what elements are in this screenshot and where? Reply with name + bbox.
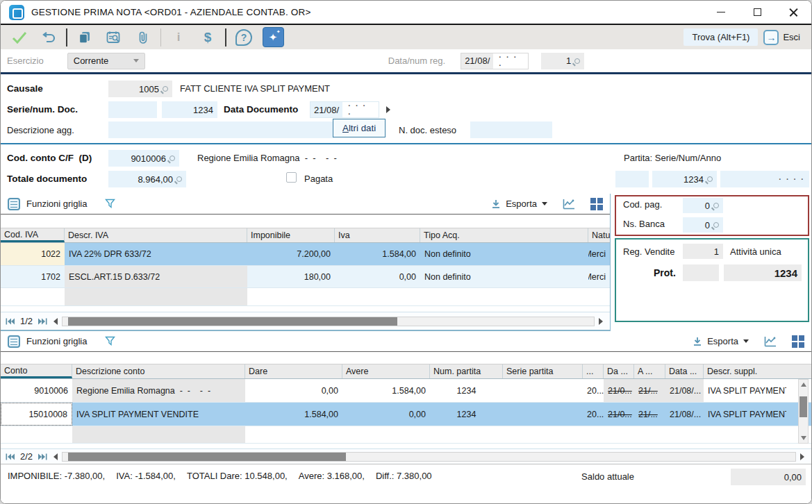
grid2-vscrollbar-thumb[interactable] xyxy=(799,396,807,417)
close-button[interactable] xyxy=(775,1,811,24)
scroll-right-button[interactable] xyxy=(599,318,603,325)
account-section: Cod. conto C/F (D) 9010006 Regione Emili… xyxy=(1,144,811,194)
data-reg-value: 21/08/ xyxy=(461,53,493,69)
grid2-hscrollbar-thumb[interactable] xyxy=(68,453,346,461)
grid1-chart-button[interactable] xyxy=(563,199,575,210)
grid1-col-imponibile[interactable]: Imponibile xyxy=(247,228,335,242)
causale-field[interactable]: 1005 xyxy=(108,81,172,97)
trova-button[interactable]: Trova (Alt+F1) xyxy=(683,28,758,46)
grid2-col-descr-suppl[interactable]: Descr. suppl. xyxy=(704,364,786,378)
grid2-col-num-partita[interactable]: Num. partita xyxy=(430,364,503,378)
data-registrazione-field[interactable]: 21/08/ · · · · xyxy=(461,53,529,69)
lookup-icon[interactable] xyxy=(574,58,580,64)
scroll-down-button[interactable] xyxy=(801,436,806,440)
first-page-button[interactable] xyxy=(6,453,15,460)
pagata-checkbox[interactable] xyxy=(286,172,297,183)
grid2-col-extra[interactable]: ... xyxy=(583,364,604,378)
grid1-col-iva[interactable]: Iva xyxy=(335,228,420,242)
grid2-col-serie-partita[interactable]: Serie partita xyxy=(503,364,583,378)
help-button[interactable]: ? xyxy=(229,27,258,48)
checkmark-icon xyxy=(12,31,27,44)
first-page-button[interactable] xyxy=(6,318,15,325)
grid2-esporta-button[interactable]: Esporta xyxy=(693,336,749,346)
cod-pag-field[interactable]: 0 xyxy=(683,198,723,213)
maximize-button[interactable] xyxy=(739,1,775,24)
esci-button[interactable]: → Esci xyxy=(758,27,807,48)
altri-dati-button[interactable]: Altri dati xyxy=(333,119,386,137)
lookup-icon[interactable] xyxy=(707,176,713,182)
grid2-col-descrizione[interactable]: Descrizione conto xyxy=(72,364,245,378)
esci-label: Esci xyxy=(783,32,800,42)
grid2-layout-button[interactable] xyxy=(792,335,804,348)
cell-num-partita: 1234 xyxy=(430,379,503,402)
descrizione-agg-field[interactable] xyxy=(108,121,334,138)
grid2-vscrollbar[interactable] xyxy=(798,379,809,444)
grid1-toolbar: Funzioni griglia Esporta xyxy=(1,194,610,215)
grid2-row-1[interactable]: 9010006 Regione Emilia Romagna - - - - 0… xyxy=(1,379,811,403)
search-registrations-button[interactable] xyxy=(99,27,129,48)
data-documento-field[interactable]: 21/08/ · · · · xyxy=(310,101,379,118)
partita-anno-field[interactable]: · · · · xyxy=(720,171,809,187)
data-reg-year-placeholder: · · · · xyxy=(499,53,522,69)
grid2-funzioni-griglia-button[interactable]: Funzioni griglia xyxy=(8,335,87,348)
grid1-col-natura[interactable]: Natura xyxy=(588,228,610,242)
num-registrazione-field[interactable]: 1 xyxy=(541,53,584,69)
confirm-button[interactable] xyxy=(5,27,34,48)
last-page-button[interactable] xyxy=(38,318,47,325)
minimize-button[interactable] xyxy=(703,1,739,24)
partita-num-field[interactable]: 1234 xyxy=(652,171,717,187)
grid1-esporta-button[interactable]: Esporta xyxy=(491,199,547,209)
grid1-col-tipo-acq[interactable]: Tipo Acq. xyxy=(420,228,588,242)
undo-button[interactable] xyxy=(34,27,63,48)
ns-banca-field[interactable]: 0 xyxy=(683,217,723,233)
grid2-row-2[interactable]: 15010008 IVA SPLIT PAYMENT VENDITE 1.584… xyxy=(1,403,811,426)
n-doc-esteso-field[interactable] xyxy=(470,121,552,138)
serie-doc-field[interactable] xyxy=(108,101,157,118)
reg-vendite-field[interactable]: 1 xyxy=(683,244,723,259)
scroll-left-button[interactable] xyxy=(53,318,58,325)
scroll-right-button[interactable] xyxy=(800,453,804,460)
grid1-layout-button[interactable] xyxy=(590,198,603,210)
grid1-row-empty[interactable] xyxy=(1,288,610,306)
lookup-icon[interactable] xyxy=(713,203,719,208)
grid2-col-dare[interactable]: Dare xyxy=(245,364,342,378)
scroll-up-button[interactable] xyxy=(801,383,806,387)
grid1-hscrollbar-thumb[interactable] xyxy=(68,317,397,326)
grid2-col-conto[interactable]: Conto xyxy=(1,364,72,378)
grid1-row-1[interactable]: 1022 IVA 22% DPR 633/72 7.200,00 1.584,0… xyxy=(1,243,610,266)
partita-serie-field[interactable] xyxy=(615,171,649,187)
lookup-icon[interactable] xyxy=(163,86,168,92)
totale-documento-field[interactable]: 8.964,00 xyxy=(108,171,186,187)
last-page-button[interactable] xyxy=(38,453,47,460)
grid1-hscrollbar[interactable] xyxy=(62,317,595,326)
grid1-col-descr-iva[interactable]: Descr. IVA xyxy=(65,228,247,242)
grid1-col-cod-iva[interactable]: Cod. IVA xyxy=(1,228,65,242)
lookup-icon[interactable] xyxy=(176,176,182,182)
lookup-icon[interactable] xyxy=(169,156,175,161)
grid2-col-avere[interactable]: Avere xyxy=(342,364,430,378)
ai-assistant-button[interactable]: ✦✦ xyxy=(258,27,288,48)
grid2-col-a[interactable]: A ... xyxy=(634,364,665,378)
copy-registration-button[interactable] xyxy=(70,27,99,48)
grid2-chart-button[interactable] xyxy=(764,336,777,347)
grid2-col-data[interactable]: Data ... xyxy=(665,364,704,378)
grid1-filter-button[interactable] xyxy=(105,199,115,209)
grid1-funzioni-griglia-button[interactable]: Funzioni griglia xyxy=(8,198,87,210)
scroll-left-button[interactable] xyxy=(53,453,58,460)
expand-date-icon[interactable] xyxy=(386,106,390,113)
minimize-icon xyxy=(717,12,725,13)
lookup-icon[interactable] xyxy=(713,222,719,228)
grid1-row-2[interactable]: 1702 ESCL.ART.15 D.633/72 180,00 0,00 No… xyxy=(1,266,610,288)
num-doc-field[interactable]: 1234 xyxy=(162,101,217,118)
grid2-hscrollbar[interactable] xyxy=(62,452,796,462)
grid1-pagination: 1/2 xyxy=(1,312,610,330)
esercizio-select[interactable]: Corrente xyxy=(67,53,145,69)
cod-conto-field[interactable]: 9010006 xyxy=(108,150,179,167)
currency-button[interactable]: $ xyxy=(193,27,222,48)
info-button[interactable]: i xyxy=(164,27,193,48)
grid2-row-empty[interactable] xyxy=(1,426,811,444)
attachments-button[interactable] xyxy=(129,27,158,48)
prot-serie-field[interactable] xyxy=(683,264,719,281)
grid2-filter-button[interactable] xyxy=(105,336,115,346)
grid2-col-da[interactable]: Da ... xyxy=(604,364,634,378)
